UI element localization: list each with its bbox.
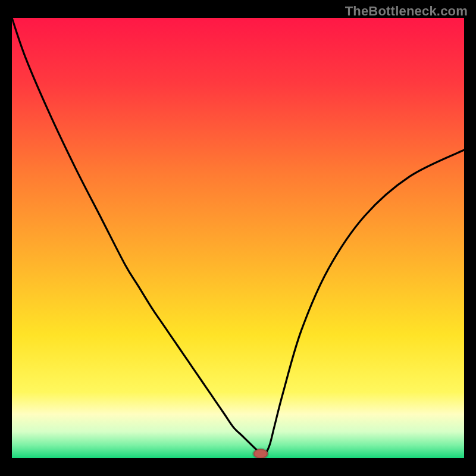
- watermark-label: TheBottleneck.com: [345, 4, 468, 19]
- plot-area: [12, 18, 464, 458]
- curve-layer: [12, 18, 464, 458]
- bottleneck-curve: [12, 18, 464, 455]
- chart-frame: TheBottleneck.com: [0, 0, 476, 476]
- optimal-marker: [253, 449, 268, 458]
